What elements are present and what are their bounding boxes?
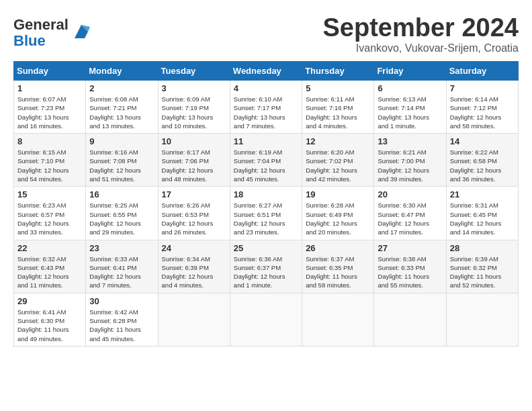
col-monday: Monday xyxy=(86,62,158,81)
day-info: Sunrise: 6:26 AMSunset: 6:53 PMDaylight:… xyxy=(162,201,226,236)
calendar-table: Sunday Monday Tuesday Wednesday Thursday… xyxy=(13,61,519,347)
day-info: Sunrise: 6:13 AMSunset: 7:14 PMDaylight:… xyxy=(378,95,442,130)
day-info: Sunrise: 6:25 AMSunset: 6:55 PMDaylight:… xyxy=(89,201,154,236)
table-row: 24 Sunrise: 6:34 AMSunset: 6:39 PMDaylig… xyxy=(158,240,230,293)
day-number: 21 xyxy=(450,189,515,199)
day-number: 10 xyxy=(162,136,226,146)
calendar-week-row: 1 Sunrise: 6:07 AMSunset: 7:23 PMDayligh… xyxy=(14,81,519,134)
day-number: 8 xyxy=(17,136,82,146)
table-row xyxy=(302,293,374,346)
day-number: 26 xyxy=(306,243,370,253)
table-row: 29 Sunrise: 6:41 AMSunset: 6:30 PMDaylig… xyxy=(14,293,86,346)
calendar-subtitle: Ivankovo, Vukovar-Srijem, Croatia xyxy=(323,42,519,54)
day-info: Sunrise: 6:36 AMSunset: 6:37 PMDaylight:… xyxy=(234,255,298,290)
table-row: 9 Sunrise: 6:16 AMSunset: 7:08 PMDayligh… xyxy=(86,134,158,187)
day-number: 5 xyxy=(306,83,370,93)
day-number: 29 xyxy=(17,296,82,306)
day-info: Sunrise: 6:09 AMSunset: 7:19 PMDaylight:… xyxy=(162,95,226,130)
day-info: Sunrise: 6:27 AMSunset: 6:51 PMDaylight:… xyxy=(234,201,298,236)
table-row: 20 Sunrise: 6:30 AMSunset: 6:47 PMDaylig… xyxy=(374,187,446,240)
day-info: Sunrise: 6:28 AMSunset: 6:49 PMDaylight:… xyxy=(306,201,370,236)
logo-text: General Blue xyxy=(13,17,69,49)
day-number: 30 xyxy=(89,296,154,306)
day-info: Sunrise: 6:08 AMSunset: 7:21 PMDaylight:… xyxy=(89,95,154,130)
table-row: 2 Sunrise: 6:08 AMSunset: 7:21 PMDayligh… xyxy=(86,81,158,134)
table-row xyxy=(230,293,302,346)
day-number: 6 xyxy=(378,83,442,93)
day-info: Sunrise: 6:34 AMSunset: 6:39 PMDaylight:… xyxy=(162,255,226,290)
day-info: Sunrise: 6:21 AMSunset: 7:00 PMDaylight:… xyxy=(378,148,442,183)
day-number: 20 xyxy=(378,189,442,199)
table-row: 7 Sunrise: 6:14 AMSunset: 7:12 PMDayligh… xyxy=(446,81,518,134)
header: General Blue September 2024 Ivankovo, Vu… xyxy=(13,13,519,54)
table-row: 15 Sunrise: 6:23 AMSunset: 6:57 PMDaylig… xyxy=(14,187,86,240)
day-number: 1 xyxy=(17,83,82,93)
day-number: 17 xyxy=(162,189,226,199)
day-number: 19 xyxy=(306,189,370,199)
day-info: Sunrise: 6:33 AMSunset: 6:41 PMDaylight:… xyxy=(89,255,154,290)
table-row: 1 Sunrise: 6:07 AMSunset: 7:23 PMDayligh… xyxy=(14,81,86,134)
col-friday: Friday xyxy=(374,62,446,81)
table-row: 6 Sunrise: 6:13 AMSunset: 7:14 PMDayligh… xyxy=(374,81,446,134)
table-row: 18 Sunrise: 6:27 AMSunset: 6:51 PMDaylig… xyxy=(230,187,302,240)
table-row: 10 Sunrise: 6:17 AMSunset: 7:06 PMDaylig… xyxy=(158,134,230,187)
calendar-week-row: 8 Sunrise: 6:15 AMSunset: 7:10 PMDayligh… xyxy=(14,134,519,187)
table-row: 12 Sunrise: 6:20 AMSunset: 7:02 PMDaylig… xyxy=(302,134,374,187)
day-number: 4 xyxy=(234,83,298,93)
day-number: 11 xyxy=(234,136,298,146)
day-number: 24 xyxy=(162,243,226,253)
table-row: 14 Sunrise: 6:22 AMSunset: 6:58 PMDaylig… xyxy=(446,134,518,187)
table-row xyxy=(374,293,446,346)
day-number: 7 xyxy=(450,83,515,93)
day-number: 27 xyxy=(378,243,442,253)
table-row: 5 Sunrise: 6:11 AMSunset: 7:16 PMDayligh… xyxy=(302,81,374,134)
table-row: 27 Sunrise: 6:38 AMSunset: 6:33 PMDaylig… xyxy=(374,240,446,293)
calendar-header-row: Sunday Monday Tuesday Wednesday Thursday… xyxy=(14,62,519,81)
col-tuesday: Tuesday xyxy=(158,62,230,81)
day-info: Sunrise: 6:22 AMSunset: 6:58 PMDaylight:… xyxy=(450,148,515,183)
day-info: Sunrise: 6:31 AMSunset: 6:45 PMDaylight:… xyxy=(450,201,515,236)
logo: General Blue xyxy=(13,17,91,49)
day-number: 13 xyxy=(378,136,442,146)
day-number: 2 xyxy=(89,83,154,93)
logo-general: General xyxy=(13,16,69,33)
table-row: 17 Sunrise: 6:26 AMSunset: 6:53 PMDaylig… xyxy=(158,187,230,240)
table-row: 26 Sunrise: 6:37 AMSunset: 6:35 PMDaylig… xyxy=(302,240,374,293)
calendar-week-row: 29 Sunrise: 6:41 AMSunset: 6:30 PMDaylig… xyxy=(14,293,519,346)
table-row: 23 Sunrise: 6:33 AMSunset: 6:41 PMDaylig… xyxy=(86,240,158,293)
table-row: 4 Sunrise: 6:10 AMSunset: 7:17 PMDayligh… xyxy=(230,81,302,134)
table-row: 8 Sunrise: 6:15 AMSunset: 7:10 PMDayligh… xyxy=(14,134,86,187)
day-number: 9 xyxy=(89,136,154,146)
day-info: Sunrise: 6:39 AMSunset: 6:32 PMDaylight:… xyxy=(450,255,515,290)
day-number: 15 xyxy=(17,189,82,199)
logo-blue: Blue xyxy=(13,32,46,49)
table-row: 21 Sunrise: 6:31 AMSunset: 6:45 PMDaylig… xyxy=(446,187,518,240)
day-info: Sunrise: 6:15 AMSunset: 7:10 PMDaylight:… xyxy=(17,148,82,183)
day-number: 3 xyxy=(162,83,226,93)
day-info: Sunrise: 6:16 AMSunset: 7:08 PMDaylight:… xyxy=(89,148,154,183)
day-number: 18 xyxy=(234,189,298,199)
col-sunday: Sunday xyxy=(14,62,86,81)
table-row: 30 Sunrise: 6:42 AMSunset: 6:28 PMDaylig… xyxy=(86,293,158,346)
day-info: Sunrise: 6:19 AMSunset: 7:04 PMDaylight:… xyxy=(234,148,298,183)
day-number: 12 xyxy=(306,136,370,146)
day-info: Sunrise: 6:32 AMSunset: 6:43 PMDaylight:… xyxy=(17,255,82,290)
table-row xyxy=(446,293,518,346)
day-info: Sunrise: 6:23 AMSunset: 6:57 PMDaylight:… xyxy=(17,201,82,236)
col-wednesday: Wednesday xyxy=(230,62,302,81)
calendar-title: September 2024 xyxy=(323,13,519,42)
day-number: 22 xyxy=(17,243,82,253)
table-row xyxy=(158,293,230,346)
col-thursday: Thursday xyxy=(302,62,374,81)
table-row: 28 Sunrise: 6:39 AMSunset: 6:32 PMDaylig… xyxy=(446,240,518,293)
day-number: 16 xyxy=(89,189,154,199)
day-info: Sunrise: 6:10 AMSunset: 7:17 PMDaylight:… xyxy=(234,95,298,130)
day-info: Sunrise: 6:38 AMSunset: 6:33 PMDaylight:… xyxy=(378,255,442,290)
day-info: Sunrise: 6:20 AMSunset: 7:02 PMDaylight:… xyxy=(306,148,370,183)
table-row: 25 Sunrise: 6:36 AMSunset: 6:37 PMDaylig… xyxy=(230,240,302,293)
table-row: 11 Sunrise: 6:19 AMSunset: 7:04 PMDaylig… xyxy=(230,134,302,187)
day-info: Sunrise: 6:41 AMSunset: 6:30 PMDaylight:… xyxy=(17,308,82,343)
day-number: 25 xyxy=(234,243,298,253)
table-row: 3 Sunrise: 6:09 AMSunset: 7:19 PMDayligh… xyxy=(158,81,230,134)
day-info: Sunrise: 6:17 AMSunset: 7:06 PMDaylight:… xyxy=(162,148,226,183)
